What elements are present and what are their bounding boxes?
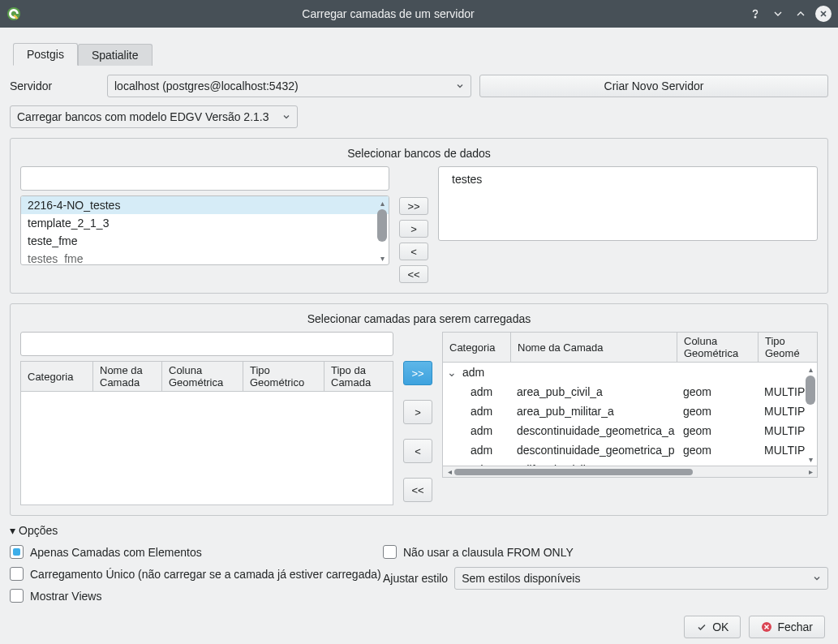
col-categoria[interactable]: Categoria <box>442 332 511 363</box>
close-button[interactable]: Fechar <box>749 616 825 638</box>
cell-col: geom <box>678 424 759 437</box>
move-all-left-button[interactable]: << <box>399 265 428 283</box>
cell-cat: adm <box>466 385 512 398</box>
cell-col: geom <box>678 385 759 398</box>
options-label: Opções <box>19 524 58 537</box>
tree-root-row[interactable]: ⌄ adm <box>443 363 817 382</box>
titlebar: Carregar camadas de um servidor <box>0 0 838 28</box>
cell-col: geom <box>678 444 759 457</box>
scroll-left-icon[interactable]: ◂ <box>445 467 454 476</box>
new-server-button[interactable]: Criar Novo Servidor <box>479 75 828 97</box>
server-select[interactable]: localhost (postgres@localhost:5432) <box>107 75 471 97</box>
scroll-down-icon[interactable]: ▾ <box>806 454 815 464</box>
opt-show-views-label: Mostrar Views <box>30 590 101 603</box>
collapse-icon: ▾ <box>10 524 15 537</box>
h-scrollbar[interactable]: ◂ ▸ <box>442 466 818 478</box>
col-tipo-g[interactable]: Tipo Geométrico <box>243 361 324 392</box>
db-filter-input[interactable] <box>20 166 389 191</box>
layers-move-all-right-button[interactable]: >> <box>403 361 432 385</box>
cell-col: geom <box>678 405 759 418</box>
col-coluna[interactable]: Coluna Geométrica <box>677 332 758 363</box>
minimize-icon[interactable] <box>770 6 786 22</box>
checkbox-no-from-only[interactable] <box>383 545 397 559</box>
checkbox-unique-load[interactable] <box>10 567 24 581</box>
col-categoria[interactable]: Categoria <box>20 361 93 392</box>
tab-spatialite[interactable]: Spatialite <box>78 44 153 66</box>
model-select[interactable]: Carregar bancos com modelo EDGV Versão 2… <box>10 105 298 128</box>
cell-cat: adm <box>466 405 512 418</box>
col-tipo-g[interactable]: Tipo Geomé <box>758 332 818 363</box>
cell-nome: area_pub_militar_a <box>512 405 678 418</box>
scroll-thumb[interactable] <box>377 209 387 242</box>
scroll-down-icon[interactable]: ▾ <box>377 253 387 263</box>
checkbox-show-views[interactable] <box>10 589 24 603</box>
cell-nome: area_pub_civil_a <box>512 385 678 398</box>
scroll-thumb[interactable] <box>454 469 693 475</box>
table-row[interactable]: admarea_pub_militar_ageomMULTIP <box>443 401 817 421</box>
db-available-list[interactable]: 2216-4-NO_testes template_2_1_3 teste_fm… <box>20 195 389 265</box>
cell-cat: adm <box>466 444 512 457</box>
maximize-icon[interactable] <box>793 6 809 22</box>
table-row[interactable]: admdescontinuidade_geometrica_pgeomMULTI… <box>443 440 817 460</box>
table-row[interactable]: admedif_pub_civil_ageomMULTIP <box>443 460 817 466</box>
scrollbar[interactable]: ▴ ▾ <box>806 364 815 464</box>
left-table-body[interactable] <box>20 392 393 505</box>
layers-move-all-left-button[interactable]: << <box>403 478 432 502</box>
move-one-left-button[interactable]: < <box>399 243 428 260</box>
layers-group: Selecionar camadas para serem carregadas… <box>10 303 828 516</box>
scrollbar[interactable]: ▴ ▾ <box>377 198 387 263</box>
scroll-right-icon[interactable]: ▸ <box>806 467 815 476</box>
close-button-label: Fechar <box>777 620 813 633</box>
style-select-value: Sem estilos disponíveis <box>462 572 580 585</box>
cell-cat: adm <box>466 424 512 437</box>
options-toggle[interactable]: ▾ Opções <box>10 524 828 537</box>
ok-button-label: OK <box>712 620 728 633</box>
list-item[interactable]: testes_fme <box>21 250 389 264</box>
list-item[interactable]: template_2_1_3 <box>21 214 389 232</box>
window-title: Carregar camadas de um servidor <box>29 7 747 20</box>
server-select-value: localhost (postgres@localhost:5432) <box>114 79 299 92</box>
col-nome[interactable]: Nome da Camada <box>511 332 677 363</box>
opt-only-elements-label: Apenas Camadas com Elementos <box>30 546 202 559</box>
col-tipo-c[interactable]: Tipo da Camada <box>324 361 393 392</box>
checkbox-only-elements[interactable] <box>10 545 24 559</box>
db-group-title: Selecionar bancos de dados <box>20 147 818 166</box>
move-one-right-button[interactable]: > <box>399 220 428 238</box>
scroll-up-icon[interactable]: ▴ <box>806 364 815 374</box>
chevron-down-icon <box>456 82 464 90</box>
cell-nome: descontinuidade_geometrica_a <box>512 424 678 437</box>
tab-postgis[interactable]: Postgis <box>13 43 78 66</box>
col-nome[interactable]: Nome da Camada <box>93 361 162 392</box>
style-label: Ajustar estilo <box>383 572 448 585</box>
ok-button[interactable]: OK <box>684 616 741 638</box>
list-item[interactable]: teste_fme <box>21 232 389 250</box>
model-select-value: Carregar bancos com modelo EDGV Versão 2… <box>17 110 269 123</box>
close-icon[interactable] <box>815 6 832 22</box>
col-coluna[interactable]: Coluna Geométrica <box>162 361 243 392</box>
right-tree[interactable]: ⌄ adm admarea_pub_civil_ageomMULTIPadmar… <box>442 363 818 466</box>
scroll-thumb[interactable] <box>806 376 815 405</box>
svg-point-2 <box>754 16 756 18</box>
help-icon[interactable] <box>747 6 763 22</box>
move-all-right-button[interactable]: >> <box>399 197 428 215</box>
tab-strip: Postgis Spatialite <box>13 41 828 65</box>
db-selected-list[interactable]: testes <box>438 166 818 241</box>
list-item[interactable]: 2216-4-NO_testes <box>21 196 389 214</box>
db-group: Selecionar bancos de dados 2216-4-NO_tes… <box>10 138 828 294</box>
chevron-down-icon <box>813 574 821 582</box>
table-row[interactable]: admdescontinuidade_geometrica_ageomMULTI… <box>443 421 817 440</box>
qgis-app-icon <box>6 6 21 21</box>
opt-no-from-only-label: Não usar a clausula FROM ONLY <box>403 546 574 559</box>
layers-move-one-left-button[interactable]: < <box>403 439 432 463</box>
layers-move-one-right-button[interactable]: > <box>403 400 432 424</box>
layers-filter-input[interactable] <box>20 332 393 356</box>
right-table-header: Categoria Nome da Camada Coluna Geométri… <box>442 332 818 363</box>
server-label: Servidor <box>10 79 99 92</box>
cell-nome: descontinuidade_geometrica_p <box>512 444 678 457</box>
table-row[interactable]: admarea_pub_civil_ageomMULTIP <box>443 382 817 401</box>
collapse-icon[interactable]: ⌄ <box>446 366 458 379</box>
scroll-up-icon[interactable]: ▴ <box>377 198 387 208</box>
style-select[interactable]: Sem estilos disponíveis <box>454 567 828 590</box>
opt-unique-load-label: Carregamento Único (não carregar se a ca… <box>30 568 381 581</box>
list-item[interactable]: testes <box>445 170 810 188</box>
